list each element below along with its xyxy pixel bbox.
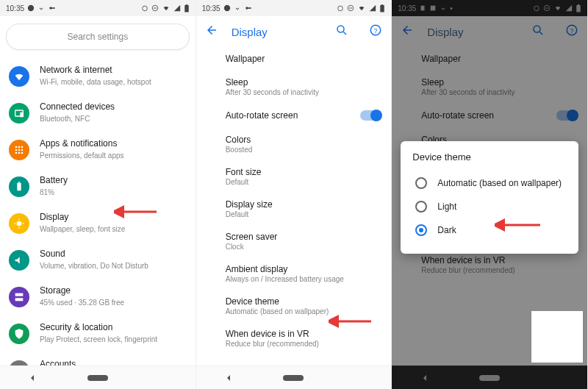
item-title: Accounts	[40, 359, 187, 365]
download-icon	[37, 4, 45, 12]
settings-item-connected-devices[interactable]: Connected devices Bluetooth, NFC	[0, 94, 196, 131]
search-settings-input[interactable]: Search settings	[6, 24, 190, 50]
display-item-device-theme[interactable]: Device themeAutomatic (based on wallpape…	[196, 290, 392, 322]
item-title: Connected devices	[40, 101, 187, 113]
dnd-icon	[151, 4, 159, 12]
svg-rect-7	[186, 4, 187, 5]
item-title: Font size	[226, 167, 379, 177]
svg-rect-6	[184, 5, 189, 12]
display-item-colors[interactable]: ColorsBoosted	[196, 128, 392, 160]
svg-point-31	[224, 5, 230, 11]
svg-point-15	[21, 149, 24, 151]
svg-point-12	[21, 146, 24, 149]
status-bar: 10:35	[196, 0, 392, 16]
wifi-icon	[9, 66, 29, 87]
settings-item-battery[interactable]: Battery 81%	[0, 168, 196, 204]
svg-rect-5	[154, 8, 157, 9]
dnd-icon	[347, 4, 354, 12]
settings-item-network-internet[interactable]: Network & internet Wi-Fi, mobile, data u…	[0, 57, 196, 94]
recents-nav-button[interactable]	[344, 371, 373, 385]
theme-option-dark[interactable]: Dark	[412, 218, 567, 242]
svg-rect-20	[18, 182, 21, 182]
help-icon[interactable]: ?	[369, 24, 382, 40]
account-icon	[9, 360, 29, 365]
display-item-when-device-is-in-vr[interactable]: When device is in VRReduce blur (recomme…	[196, 322, 392, 354]
svg-point-14	[18, 149, 21, 151]
item-title: Display size	[226, 199, 379, 210]
item-title: Display	[40, 212, 187, 224]
item-subtitle: Default	[226, 210, 379, 218]
white-overlay-box	[531, 311, 583, 363]
brightness-icon	[9, 213, 29, 234]
screen-theme-dialog: 10:35 • Display ? WallpaperSleepAfter 30…	[392, 0, 588, 389]
screen-display-settings: 10:35 Display ? WallpaperSleepAfter 30 s…	[196, 0, 392, 389]
item-title: Auto-rotate screen	[226, 110, 298, 121]
svg-point-13	[15, 149, 18, 151]
item-title: Wallpaper	[226, 54, 379, 64]
svg-rect-9	[20, 113, 24, 118]
home-nav-button[interactable]	[279, 371, 308, 385]
display-item-display-size[interactable]: Display sizeDefault	[196, 193, 392, 225]
status-time: 10:35	[6, 4, 24, 13]
toggle-switch[interactable]	[360, 110, 381, 121]
item-subtitle: Reduce blur (recommended)	[226, 340, 379, 348]
settings-item-storage[interactable]: Storage 45% used · 35.28 GB free	[0, 278, 196, 315]
download-icon	[234, 4, 241, 12]
display-item-screen-saver[interactable]: Screen saverClock	[196, 225, 392, 257]
svg-rect-44	[283, 375, 304, 381]
svg-rect-19	[17, 183, 21, 191]
screen-settings-root: 10:35 Search settings Network & internet…	[0, 0, 196, 389]
radio-icon	[415, 201, 427, 213]
status-time: 10:35	[202, 4, 220, 13]
svg-rect-33	[247, 7, 251, 9]
home-nav-button[interactable]	[83, 371, 112, 385]
item-subtitle: Automatic (based on wallpaper)	[226, 307, 379, 315]
svg-point-3	[142, 6, 147, 11]
back-nav-button[interactable]	[214, 371, 243, 385]
display-item-sleep[interactable]: SleepAfter 30 seconds of inactivity	[196, 71, 392, 103]
item-subtitle: 81%	[40, 188, 187, 197]
security-icon	[9, 324, 29, 344]
item-title: Battery	[40, 175, 187, 187]
settings-item-sound[interactable]: Sound Volume, vibration, Do Not Disturb	[0, 241, 196, 278]
item-title: Colors	[226, 135, 379, 145]
svg-text:?: ?	[374, 27, 378, 35]
svg-rect-37	[381, 5, 385, 12]
devices-icon	[9, 103, 29, 124]
svg-point-17	[18, 152, 21, 154]
item-subtitle: After 30 seconds of inactivity	[226, 88, 379, 96]
settings-list: Network & internet Wi-Fi, mobile, data u…	[0, 57, 196, 365]
display-item-auto-rotate-screen[interactable]: Auto-rotate screen	[196, 103, 392, 128]
settings-item-display[interactable]: Display Wallpaper, sleep, font size	[0, 204, 196, 241]
display-item-ambient-display[interactable]: Ambient displayAlways on / Increased bat…	[196, 257, 392, 290]
item-subtitle: Play Protect, screen lock, fingerprint	[40, 335, 187, 344]
alarm-icon	[141, 4, 148, 12]
theme-option-automatic-based-on-wallpaper-[interactable]: Automatic (based on wallpaper)	[412, 171, 567, 195]
settings-item-security-location[interactable]: Security & location Play Protect, screen…	[0, 315, 196, 351]
svg-point-11	[18, 146, 21, 149]
theme-option-light[interactable]: Light	[412, 195, 567, 218]
back-button[interactable]	[205, 24, 218, 40]
display-item-wallpaper[interactable]: Wallpaper	[196, 47, 392, 71]
device-theme-dialog: Device theme Automatic (based on wallpap…	[401, 141, 578, 254]
svg-point-18	[21, 152, 24, 154]
signal-icon	[173, 4, 181, 12]
svg-point-0	[28, 5, 34, 11]
recents-nav-button[interactable]	[148, 371, 177, 385]
status-bar: 10:35	[0, 0, 196, 16]
battery-icon	[9, 176, 29, 197]
key-icon	[48, 4, 57, 12]
item-subtitle: Bluetooth, NFC	[40, 114, 187, 124]
option-label: Light	[437, 201, 456, 212]
search-icon[interactable]	[335, 24, 348, 40]
display-item-font-size[interactable]: Font sizeDefault	[196, 160, 392, 193]
speech-bubble-icon	[223, 4, 231, 12]
settings-item-apps-notifications[interactable]: Apps & notifications Permissions, defaul…	[0, 131, 196, 168]
item-title: Network & internet	[40, 65, 187, 76]
svg-rect-36	[349, 8, 352, 9]
radio-icon	[415, 224, 427, 236]
svg-rect-26	[15, 293, 24, 296]
option-label: Dark	[437, 225, 456, 235]
settings-item-accounts[interactable]: Accounts Personal (POP3), Google, FedEx	[0, 351, 196, 365]
back-nav-button[interactable]	[18, 371, 47, 385]
